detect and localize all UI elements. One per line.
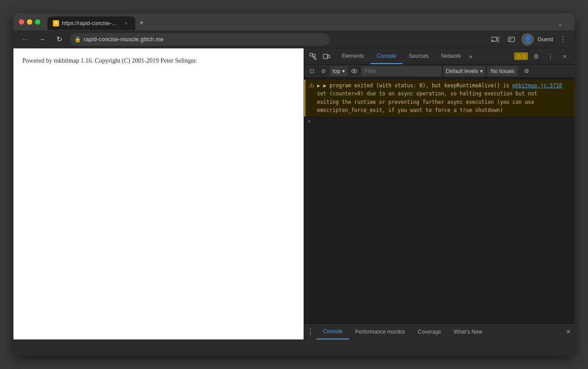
svg-rect-5	[310, 53, 313, 56]
user-avatar[interactable]: 👤	[521, 33, 534, 46]
cast-icon[interactable]	[489, 33, 502, 46]
svg-point-10	[353, 70, 355, 72]
maximize-traffic-light[interactable]	[35, 19, 40, 25]
webpage: Powered by mkbitmap 1.16. Copyright (C) …	[13, 48, 304, 339]
tab-end-area: ⌄	[555, 18, 569, 29]
svg-rect-1	[497, 36, 499, 43]
user-label: Guest	[537, 36, 553, 43]
lock-icon: 🔒	[74, 36, 81, 43]
devtools-more-button[interactable]: ⋮	[544, 50, 557, 63]
more-tabs-button[interactable]: »	[467, 53, 474, 60]
console-content: ⚠ ▶ ▶ program exited (with status: 0), b…	[304, 78, 575, 323]
console-prompt-row: >	[304, 116, 575, 126]
bottom-tab-console[interactable]: Console	[317, 324, 349, 339]
devtools-panel: Elements Console Sources Network »	[304, 48, 575, 339]
context-dropdown[interactable]: top ▾	[330, 66, 348, 76]
devtools-secondary-toolbar: ⊡ ⊘ top ▾ Default levels ▾	[304, 64, 575, 78]
warning-badge[interactable]: ⚠ 1	[514, 52, 528, 60]
tab-close-button[interactable]: ×	[123, 20, 130, 27]
console-warning-text-part2: set (counter=0) due to an async operatio…	[317, 90, 537, 97]
bottom-tab-performance-monitor[interactable]: Performance monitor	[349, 324, 412, 339]
console-warning-expand[interactable]: ▶	[317, 82, 323, 89]
bottom-tab-whats-new[interactable]: What's New	[447, 324, 489, 339]
traffic-lights	[19, 19, 40, 25]
console-prompt-symbol: >	[308, 118, 311, 124]
svg-rect-8	[328, 55, 330, 58]
tab-console[interactable]: Console	[370, 48, 403, 64]
new-tab-button[interactable]: +	[135, 17, 148, 29]
console-warning-link[interactable]: mkbitmap.js:3718	[512, 82, 562, 89]
devtools-bottom-bar: ⋮ Console Performance monitor Coverage W…	[304, 323, 575, 339]
forward-button[interactable]: →	[36, 33, 48, 46]
devtools-toolbar: Elements Console Sources Network »	[304, 48, 575, 64]
tab-bar: ⚑ https://rapid-concise-muscle.g… × + ⌄	[44, 14, 569, 30]
device-toggle-icon[interactable]	[320, 50, 333, 63]
refresh-button[interactable]: ↻	[53, 33, 65, 46]
address-right-area: 👤 Guest ⋮	[489, 33, 569, 46]
levels-arrow-icon: ▾	[480, 68, 483, 74]
console-warning-text-part4: emscripten_force_exit, if you want to fo…	[317, 107, 503, 113]
address-bar: ← → ↻ 🔒 rapid-concise-muscle.glitch.me	[13, 30, 575, 48]
levels-dropdown[interactable]: Default levels ▾	[443, 66, 485, 76]
context-arrow-icon: ▾	[342, 68, 345, 74]
tab-search-icon[interactable]	[505, 33, 518, 46]
bottom-tab-coverage[interactable]: Coverage	[412, 324, 447, 339]
minimize-traffic-light[interactable]	[27, 19, 32, 25]
webpage-content: Powered by mkbitmap 1.16. Copyright (C) …	[22, 57, 295, 64]
devtools-settings-button[interactable]: ⚙	[530, 50, 542, 63]
bottom-bar-close-button[interactable]: ×	[562, 324, 575, 340]
console-warning-message: ▶ ▶ program exited (with status: 0), but…	[317, 82, 562, 115]
secondary-settings-icon[interactable]: ⚙	[522, 66, 532, 76]
back-button[interactable]: ←	[19, 33, 31, 46]
svg-rect-2	[508, 37, 515, 42]
no-issues-label: No Issues	[491, 68, 515, 74]
warning-count: 1	[523, 54, 525, 59]
svg-rect-4	[509, 40, 511, 41]
warning-icon: ⚠	[517, 53, 521, 59]
svg-rect-7	[323, 54, 327, 59]
console-warning-row: ⚠ ▶ ▶ program exited (with status: 0), b…	[304, 80, 575, 116]
devtools-tools-left	[304, 50, 335, 63]
title-bar: ⚑ https://rapid-concise-muscle.g… × + ⌄	[13, 13, 575, 30]
filter-input[interactable]	[361, 66, 442, 76]
close-traffic-light[interactable]	[19, 19, 24, 25]
console-warning-text-part1: ▶ program exited (with status: 0), but k…	[323, 82, 509, 89]
devtools-tabs: Elements Console Sources Network »	[335, 48, 474, 64]
tab-network[interactable]: Network	[435, 48, 467, 64]
context-label: top	[333, 68, 340, 74]
url-text: rapid-concise-muscle.glitch.me	[84, 36, 163, 43]
console-warning-text-part3: exiting the runtime or preventing furthe…	[317, 99, 534, 105]
browser-window: ⚑ https://rapid-concise-muscle.g… × + ⌄ …	[13, 13, 575, 356]
tab-title: https://rapid-concise-muscle.g…	[62, 20, 120, 26]
tab-strip-expand-button[interactable]: ⌄	[555, 18, 566, 29]
eye-icon[interactable]	[349, 66, 359, 76]
no-issues-button[interactable]: No Issues	[487, 66, 518, 76]
url-bar[interactable]: 🔒 rapid-concise-muscle.glitch.me	[70, 33, 330, 46]
levels-label: Default levels	[446, 68, 478, 74]
browser-tab[interactable]: ⚑ https://rapid-concise-muscle.g… ×	[47, 17, 135, 30]
bottom-tabs: Console Performance monitor Coverage Wha…	[317, 324, 489, 339]
tab-sources[interactable]: Sources	[403, 48, 435, 64]
tab-favicon: ⚑	[53, 20, 59, 26]
bottom-drawer-dots[interactable]: ⋮	[304, 324, 317, 340]
element-picker-icon[interactable]	[307, 50, 319, 63]
devtools-toolbar-right: ⚠ 1 ⚙ ⋮ ×	[511, 50, 575, 63]
devtools-close-button[interactable]: ×	[558, 50, 571, 63]
more-options-button[interactable]: ⋮	[557, 33, 569, 46]
console-filter-icon[interactable]: ⊘	[318, 66, 328, 76]
tab-elements[interactable]: Elements	[335, 48, 370, 64]
main-area: Powered by mkbitmap 1.16. Copyright (C) …	[13, 48, 575, 339]
warning-triangle-icon: ⚠	[309, 82, 314, 89]
user-icon: 👤	[524, 36, 532, 43]
svg-rect-3	[509, 39, 512, 39]
console-clear-icon[interactable]: ⊡	[307, 66, 317, 76]
